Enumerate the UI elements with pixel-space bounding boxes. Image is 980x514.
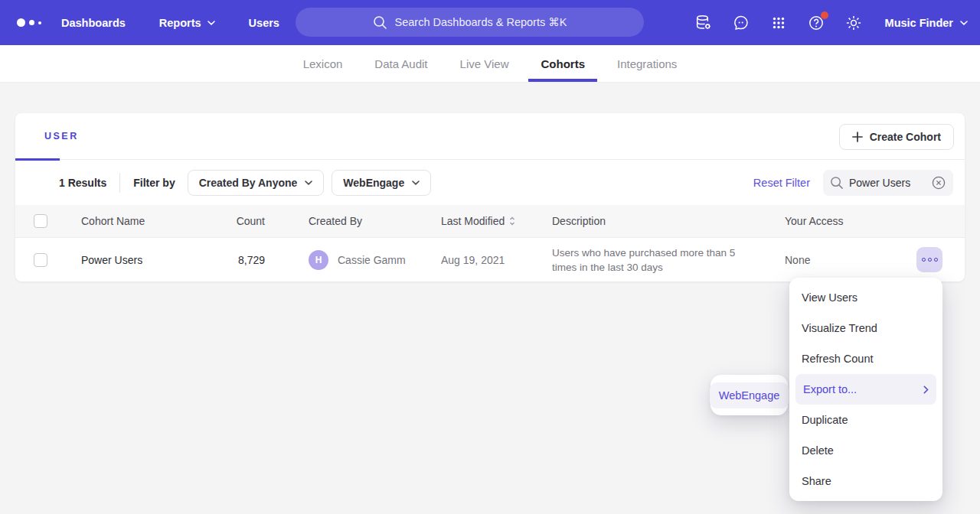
search-icon <box>830 176 844 190</box>
header-created-by: Created By <box>309 215 362 227</box>
tab-cohorts[interactable]: Cohorts <box>528 45 597 82</box>
cohort-name[interactable]: Power Users <box>81 254 142 266</box>
grid-dots-glyph <box>769 14 788 32</box>
top-nav: Dashboards Reports Users Search Dashboar… <box>0 0 980 45</box>
header-label: Last Modified <box>441 215 505 227</box>
integration-dropdown[interactable]: WebEngage <box>332 170 431 196</box>
menu-item-export-to[interactable]: Export to... <box>795 374 936 405</box>
messaging-icon[interactable] <box>732 14 750 32</box>
created-by-dropdown[interactable]: Created By Anyone <box>188 170 325 196</box>
settings-gear-icon[interactable] <box>844 14 863 32</box>
table-header-row: Cohort Name Count Created By Last Modifi… <box>15 205 965 238</box>
plus-icon <box>852 132 863 142</box>
tab-label: Integrations <box>617 57 677 70</box>
create-cohort-label: Create Cohort <box>870 131 941 143</box>
header-description: Description <box>552 215 606 227</box>
cohort-count: 8,729 <box>184 254 265 266</box>
created-by-name: Cassie Gamm <box>338 254 406 266</box>
cohort-search-input[interactable]: Power Users <box>823 170 953 196</box>
select-all-checkbox[interactable] <box>34 214 47 228</box>
chat-bubble-glyph <box>732 14 750 32</box>
global-search-placeholder: Search Dashboards & Reports ⌘K <box>395 16 567 28</box>
row-checkbox[interactable] <box>34 253 47 267</box>
row-actions-button[interactable] <box>916 247 942 272</box>
notification-badge <box>821 11 828 19</box>
nav-link-dashboards[interactable]: Dashboards <box>61 17 126 29</box>
tab-data-audit[interactable]: Data Audit <box>362 45 439 82</box>
last-modified-value: Aug 19, 2021 <box>441 254 505 266</box>
menu-item-delete[interactable]: Delete <box>789 435 942 466</box>
kebab-dot <box>934 258 938 262</box>
header-your-access: Your Access <box>785 215 844 227</box>
tab-integrations[interactable]: Integrations <box>605 45 689 82</box>
logo-dot <box>38 21 41 24</box>
user-section-tab[interactable]: USER <box>44 131 79 142</box>
filter-row: 1 Results Filter by Created By Anyone We… <box>15 160 965 205</box>
apps-grid-icon[interactable] <box>769 14 788 32</box>
nav-link-reports[interactable]: Reports <box>159 17 215 29</box>
tab-lexicon[interactable]: Lexicon <box>291 45 355 82</box>
project-name: Music Finder <box>885 17 953 29</box>
menu-item-share[interactable]: Share <box>789 466 942 496</box>
menu-item-label: Duplicate <box>802 414 848 426</box>
menu-item-label: Share <box>802 475 831 487</box>
database-gear-glyph <box>694 14 713 32</box>
menu-item-view-users[interactable]: View Users <box>789 282 942 313</box>
created-by-cell: H Cassie Gamm <box>309 250 406 270</box>
menu-item-label: Export to... <box>803 383 857 395</box>
project-switcher[interactable]: Music Finder <box>885 17 968 29</box>
menu-item-label: Delete <box>802 444 834 457</box>
logo-dot <box>17 18 25 27</box>
cohort-description: Users who have purchased more than 5 tim… <box>552 246 743 275</box>
nav-link-users[interactable]: Users <box>249 17 279 29</box>
logo-dot <box>29 20 34 25</box>
menu-item-duplicate[interactable]: Duplicate <box>789 405 942 435</box>
created-by-dropdown-value: Created By Anyone <box>199 177 298 189</box>
nav-link-label: Dashboards <box>61 17 126 29</box>
header-last-modified: Last Modified <box>441 215 515 227</box>
header-count: Count <box>184 215 265 227</box>
nav-link-label: Users <box>249 17 279 29</box>
gear-glyph <box>844 14 863 32</box>
nav-link-label: Reports <box>159 17 201 29</box>
chevron-down-icon <box>960 21 968 25</box>
integration-dropdown-value: WebEngage <box>343 177 404 189</box>
menu-item-label: View Users <box>802 291 858 304</box>
menu-item-label: Visualize Trend <box>802 322 877 334</box>
menu-item-label: Refresh Count <box>802 353 874 365</box>
avatar: H <box>309 250 328 270</box>
table-row[interactable]: Power Users 8,729 H Cassie Gamm Aug 19, … <box>15 238 965 281</box>
row-actions-menu: View Users Visualize Trend Refresh Count… <box>789 278 942 501</box>
chevron-down-icon <box>412 181 420 185</box>
nav-links: Dashboards Reports Users <box>61 17 279 29</box>
tab-label: Lexicon <box>303 57 343 70</box>
help-icon[interactable] <box>807 14 825 32</box>
menu-item-visualize-trend[interactable]: Visualize Trend <box>789 313 942 343</box>
mixpanel-logo[interactable] <box>17 18 41 27</box>
divider <box>119 173 120 193</box>
cohorts-card: USER Create Cohort 1 Results Filter by C… <box>15 113 965 281</box>
chevron-down-icon <box>207 21 215 25</box>
chevron-down-icon <box>305 181 312 185</box>
tab-label: Cohorts <box>541 57 585 70</box>
kebab-dot <box>922 258 926 262</box>
chevron-right-icon <box>923 386 929 394</box>
nav-right-icons: Music Finder <box>694 0 968 45</box>
global-search-bar[interactable]: Search Dashboards & Reports ⌘K <box>296 8 644 37</box>
search-icon <box>373 15 387 30</box>
tab-label: Live View <box>460 57 509 70</box>
results-count: 1 Results <box>59 177 106 189</box>
reset-filter-link[interactable]: Reset Filter <box>753 177 810 189</box>
tab-label: Data Audit <box>374 57 427 70</box>
tab-live-view[interactable]: Live View <box>448 45 521 82</box>
cohort-search-value: Power Users <box>849 177 926 189</box>
sort-icon <box>509 216 515 226</box>
data-settings-icon[interactable] <box>694 14 713 32</box>
last-modified-sort[interactable]: Last Modified <box>441 215 515 227</box>
create-cohort-button[interactable]: Create Cohort <box>839 124 954 150</box>
filter-by-label: Filter by <box>133 177 175 189</box>
menu-item-refresh-count[interactable]: Refresh Count <box>789 343 942 374</box>
clear-search-icon[interactable] <box>931 175 946 190</box>
header-cohort-name: Cohort Name <box>81 215 145 227</box>
submenu-item-webengage[interactable]: WebEngage <box>710 382 789 408</box>
